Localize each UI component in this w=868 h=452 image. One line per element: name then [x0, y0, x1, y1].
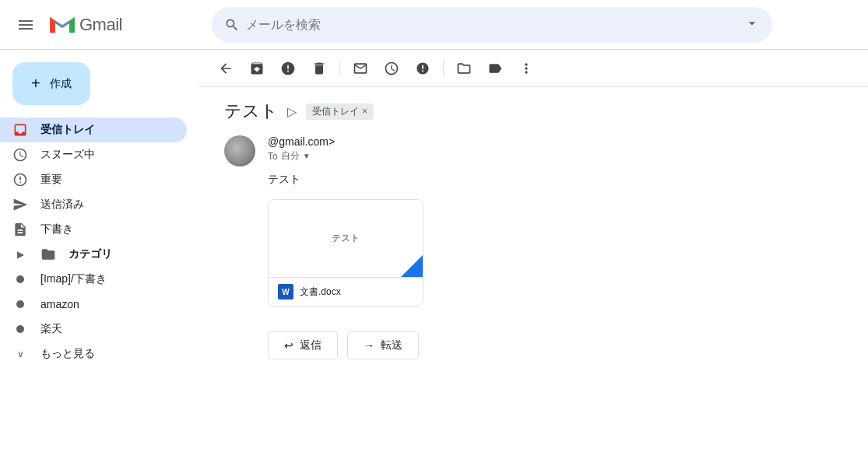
inbox-tag-label: 受信トレイ — [312, 105, 359, 118]
sidebar-item-more[interactable]: ∨ もっと見る — [0, 342, 187, 366]
email-subject: テスト — [224, 100, 278, 123]
archive-button[interactable] — [243, 54, 271, 82]
svg-rect-2 — [19, 28, 33, 30]
imap-drafts-icon — [12, 273, 28, 286]
to-label: To — [268, 151, 278, 162]
sidebar-item-rakuten[interactable]: 楽天 — [0, 317, 187, 342]
attachment-corner-fold — [401, 255, 423, 277]
forward-icon: → — [364, 339, 374, 352]
compose-label: 作成 — [50, 77, 72, 91]
categories-label: カテゴリ — [69, 247, 174, 261]
email-view: テスト ▷ 受信トレイ × @gmail.com> To 自分 ▼ — [199, 87, 868, 452]
main-layout: + 作成 受信トレイ スヌーズ中 重要 — [0, 50, 868, 452]
svg-rect-0 — [19, 20, 33, 22]
imap-drafts-label: [Imap]/下書き — [40, 272, 174, 286]
sidebar-item-drafts[interactable]: 下書き — [0, 217, 187, 242]
draft-icon — [12, 222, 28, 237]
email-to-row: To 自分 ▼ — [268, 149, 335, 163]
amazon-label: amazon — [40, 298, 174, 310]
compose-plus-icon: + — [31, 75, 40, 93]
snoozed-label: スヌーズ中 — [40, 148, 174, 162]
label-button[interactable] — [481, 54, 509, 82]
sidebar-item-inbox[interactable]: 受信トレイ — [0, 117, 187, 142]
attachment-preview: テスト — [269, 200, 423, 278]
move-button[interactable] — [450, 54, 478, 82]
sidebar-item-important[interactable]: 重要 — [0, 167, 187, 192]
menu-icon[interactable] — [12, 14, 39, 36]
send-icon — [12, 197, 28, 212]
email-header: @gmail.com> To 自分 ▼ — [224, 135, 843, 166]
search-input[interactable] — [246, 18, 744, 32]
avatar — [224, 135, 255, 166]
attachment-footer: W 文書.docx — [269, 278, 423, 306]
gmail-logo: Gmail — [48, 14, 122, 36]
reply-label: 返信 — [300, 338, 322, 352]
attachment-filename: 文書.docx — [300, 286, 341, 299]
sidebar-item-sent[interactable]: 送信済み — [0, 192, 187, 217]
breadcrumb-arrow: ▷ — [287, 104, 297, 119]
svg-point-5 — [16, 325, 24, 333]
more-expand-icon: ∨ — [12, 349, 28, 359]
sent-label: 送信済み — [40, 198, 174, 212]
inbox-tag-close[interactable]: × — [362, 106, 367, 117]
more-label: もっと見る — [40, 347, 174, 361]
gmail-logo-icon — [48, 14, 76, 36]
mark-button[interactable] — [346, 54, 374, 82]
content: テスト ▷ 受信トレイ × @gmail.com> To 自分 ▼ — [199, 50, 868, 452]
back-button[interactable] — [212, 54, 240, 82]
email-sender-info: @gmail.com> To 自分 ▼ — [268, 135, 335, 163]
email-sender-address: @gmail.com> — [268, 135, 335, 148]
email-body: テスト — [268, 173, 843, 187]
delete-button[interactable] — [305, 54, 333, 82]
toolbar — [199, 50, 868, 87]
toolbar-separator-1 — [339, 61, 340, 76]
important-label: 重要 — [40, 173, 174, 187]
svg-rect-1 — [19, 24, 33, 26]
word-icon: W — [278, 284, 293, 300]
gmail-text: Gmail — [79, 15, 122, 35]
sidebar-item-imap-drafts[interactable]: [Imap]/下書き — [0, 267, 187, 292]
inbox-icon — [12, 122, 28, 138]
snooze-icon — [12, 147, 28, 163]
drafts-label: 下書き — [40, 222, 174, 237]
reply-button[interactable]: ↩ 返信 — [268, 331, 338, 359]
search-bar — [212, 7, 772, 43]
header-left: Gmail — [12, 14, 199, 36]
mute-button[interactable] — [409, 54, 437, 82]
snooze-button[interactable] — [378, 54, 406, 82]
search-icon — [224, 17, 240, 33]
sidebar-item-categories[interactable]: ▶ カテゴリ — [0, 242, 187, 267]
attachment-card: テスト W 文書.docx — [268, 199, 423, 307]
sidebar: + 作成 受信トレイ スヌーズ中 重要 — [0, 50, 199, 452]
header: Gmail — [0, 0, 868, 50]
email-actions: ↩ 返信 → 転送 — [268, 331, 843, 359]
search-dropdown-icon[interactable] — [744, 16, 760, 33]
toolbar-separator-2 — [443, 61, 444, 76]
rakuten-icon — [12, 323, 28, 335]
inbox-tag: 受信トレイ × — [306, 103, 374, 120]
to-dropdown-icon[interactable]: ▼ — [303, 152, 311, 160]
reply-icon: ↩ — [284, 339, 293, 352]
spam-button[interactable] — [274, 54, 302, 82]
inbox-label: 受信トレイ — [40, 123, 174, 137]
rakuten-label: 楽天 — [40, 322, 174, 336]
svg-point-3 — [16, 275, 24, 283]
forward-label: 転送 — [381, 338, 402, 352]
category-expand-icon: ▶ — [12, 249, 28, 260]
email-message: @gmail.com> To 自分 ▼ テスト テスト — [224, 135, 843, 359]
attachment-preview-text: テスト — [332, 232, 360, 245]
to-self: 自分 — [281, 149, 300, 163]
amazon-icon — [12, 298, 28, 310]
forward-button[interactable]: → 転送 — [347, 331, 419, 359]
more-options-button[interactable] — [512, 54, 540, 82]
category-icon — [40, 247, 56, 262]
svg-point-4 — [16, 300, 24, 308]
sidebar-item-snoozed[interactable]: スヌーズ中 — [0, 142, 187, 167]
compose-button[interactable]: + 作成 — [12, 62, 90, 105]
important-icon — [12, 172, 28, 187]
email-subject-row: テスト ▷ 受信トレイ × — [224, 100, 843, 123]
sidebar-item-amazon[interactable]: amazon — [0, 292, 187, 317]
